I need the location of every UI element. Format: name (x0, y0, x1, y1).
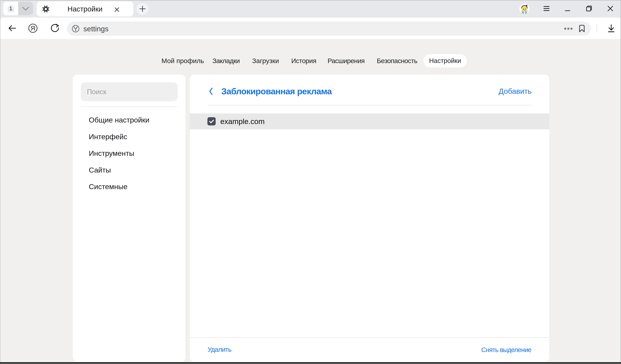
svg-text:Я: Я (31, 25, 35, 32)
